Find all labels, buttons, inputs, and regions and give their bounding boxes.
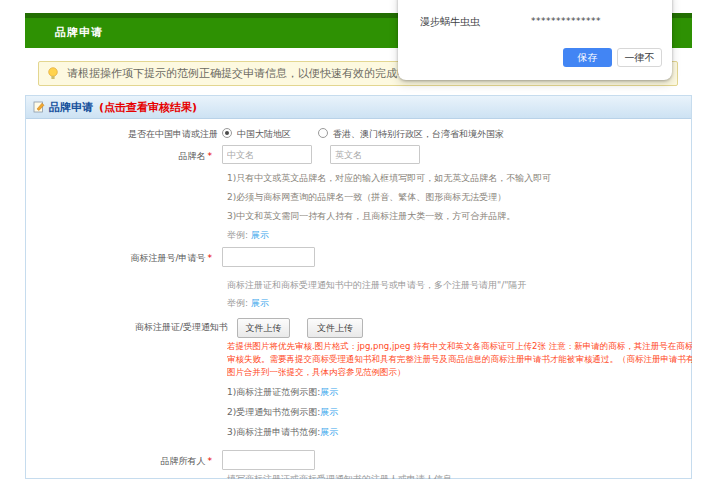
radio-hk-macau-overseas[interactable] bbox=[318, 128, 328, 138]
edit-note-icon bbox=[33, 101, 45, 113]
popup-password-masked: ************** bbox=[531, 16, 601, 26]
certificate-warning-text: 若提供图片将优先审核.图片格式：jpg,png,jpeg 持有中文和英文各商标证… bbox=[227, 340, 692, 379]
brand-name-en-input[interactable] bbox=[330, 145, 420, 164]
radio-hk-macau-overseas-label[interactable]: 香港、澳门特别行政区，台湾省和境外国家 bbox=[333, 128, 504, 140]
brand-name-label: 品牌名* bbox=[60, 150, 212, 162]
section-title: 品牌申请 bbox=[49, 100, 93, 115]
save-password-popup: 漫步蜗牛虫虫 ************** 保存 一律不 bbox=[398, 0, 672, 80]
trademark-no-example-show-link[interactable]: 展示 bbox=[251, 298, 269, 308]
trademark-no-tip: 商标注册证和商标受理通知书中的注册号或申请号，多个注册号请用"/"隔开 bbox=[227, 279, 526, 291]
popup-username-text: 漫步蜗牛虫虫 bbox=[420, 15, 480, 29]
brand-name-tip-1: 1)只有中文或英文品牌名，对应的输入框填写即可，如无英文品牌名，不输入即可 bbox=[227, 172, 551, 184]
brand-name-tip-3: 3)中文和英文需同一持有人持有，且商标注册大类一致，方可合并品牌。 bbox=[227, 210, 515, 222]
certificate-label: 商标注册证/受理通知书 bbox=[60, 321, 228, 333]
upload-file-button-1[interactable]: 文件上传 bbox=[237, 318, 290, 338]
certificate-example-1-show-link[interactable]: 展示 bbox=[320, 387, 338, 397]
brand-name-cn-input[interactable] bbox=[222, 145, 312, 164]
warning-line: 若提供图片将优先审核.图片格式：jpg,png,jpeg 持有中文和英文各商标证… bbox=[227, 340, 692, 353]
required-asterisk: * bbox=[208, 253, 213, 263]
page-title: 品牌申请 bbox=[55, 18, 103, 48]
certificate-example-1: 1)商标注册证范例示图:展示 bbox=[227, 386, 338, 399]
trademark-no-example-row: 举例: 展示 bbox=[227, 297, 269, 310]
brand-owner-label: 品牌所有人* bbox=[60, 455, 212, 467]
notice-text: 请根据操作项下提示的范例正确提交申请信息，以便快速有效的完成申请。速卖 bbox=[67, 66, 452, 81]
radio-mainland-china-label[interactable]: 中国大陆地区 bbox=[237, 128, 291, 140]
popup-never-button[interactable]: 一律不 bbox=[617, 48, 662, 67]
lightbulb-icon bbox=[48, 67, 58, 80]
brand-name-example-row: 举例: 展示 bbox=[227, 229, 269, 242]
warning-line: 图片合并到一张提交，具体内容参见范例图示） bbox=[227, 366, 692, 379]
page: 品牌申请 请根据操作项下提示的范例正确提交申请信息，以便快速有效的完成申请。速卖… bbox=[0, 0, 720, 479]
brand-owner-input[interactable] bbox=[222, 450, 315, 470]
region-label: 是否在中国申请或注册 bbox=[60, 128, 218, 140]
brand-name-example-show-link[interactable]: 展示 bbox=[251, 230, 269, 240]
required-asterisk: * bbox=[208, 456, 213, 466]
certificate-example-3-show-link[interactable]: 展示 bbox=[320, 427, 338, 437]
upload-file-button-2[interactable]: 文件上传 bbox=[307, 318, 363, 338]
trademark-no-label: 商标注册号/申请号* bbox=[60, 252, 212, 264]
certificate-example-2: 2)受理通知书范例示图:展示 bbox=[227, 406, 338, 419]
certificate-example-2-show-link[interactable]: 展示 bbox=[320, 407, 338, 417]
warning-line: 审核失败。需要再提交商标受理通知书和具有完整注册号及商品信息的商标注册申请书才能… bbox=[227, 353, 692, 366]
required-asterisk: * bbox=[208, 151, 213, 161]
certificate-example-3: 3)商标注册申请书范例:展示 bbox=[227, 426, 338, 439]
view-audit-result-link[interactable]: (点击查看审核结果) bbox=[99, 100, 197, 115]
brand-owner-tip: 填写商标注册证或商标受理通知书的注册人或申请人信息 bbox=[227, 473, 452, 479]
popup-save-button[interactable]: 保存 bbox=[563, 48, 612, 67]
brand-name-tip-2: 2)必须与商标网查询的品牌名一致（拼音、繁体、图形商标无法受理） bbox=[227, 191, 506, 203]
trademark-no-input[interactable] bbox=[222, 247, 315, 267]
radio-mainland-china[interactable] bbox=[222, 128, 232, 138]
section-header: 品牌申请 (点击查看审核结果) bbox=[26, 96, 691, 119]
